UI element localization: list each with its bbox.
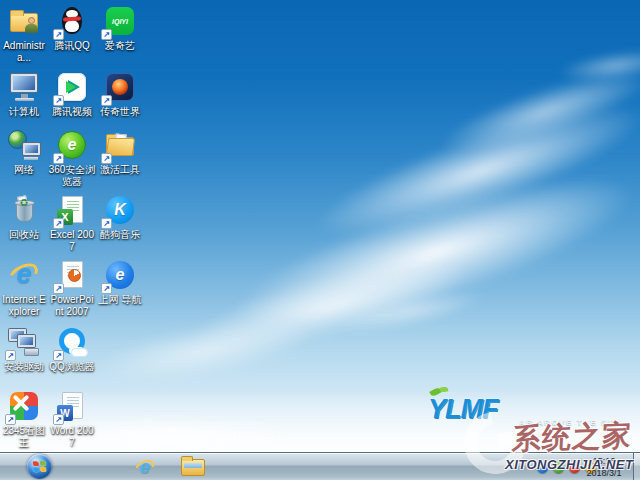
- desktop-icon-network[interactable]: 网络: [0, 128, 48, 176]
- icon-label: 酷狗音乐: [96, 229, 144, 241]
- web-nav-icon: e ↗: [103, 258, 137, 292]
- taskbar-clock[interactable]: 15:16 2018/3/1: [578, 455, 630, 479]
- icon-label: Word 2007: [48, 425, 96, 449]
- tray-qq-icon[interactable]: [537, 462, 548, 473]
- clock-time: 15:16: [578, 455, 630, 467]
- taskbar[interactable]: e 15:16 2018/3/1: [0, 452, 640, 480]
- desktop-icon-powerpoint-2007[interactable]: ↗ PowerPoint 2007: [48, 258, 96, 318]
- icon-label: 360安全浏览器: [48, 164, 96, 188]
- shortcut-arrow-icon: ↗: [53, 153, 64, 164]
- taskbar-explorer-button[interactable]: [176, 455, 210, 479]
- folder-icon: ↗: [103, 128, 137, 162]
- icon-label: Administra...: [0, 40, 48, 64]
- icon-label: 回收站: [0, 229, 48, 241]
- install-driver-icon: ↗: [7, 325, 41, 359]
- show-desktop-button[interactable]: [633, 453, 640, 480]
- icon-label: 安装驱动: [0, 361, 48, 373]
- ylmf-logo: YLMF: [428, 394, 498, 425]
- excel-icon: X ↗: [55, 193, 89, 227]
- wallpaper-tagline: AR ABOVE THE SKY: [519, 418, 622, 427]
- icon-label: Internet Explorer: [0, 294, 48, 318]
- desktop-icon-2345-picviewer[interactable]: ↗ 2345看图王: [0, 389, 48, 449]
- word-icon: W ↗: [55, 389, 89, 423]
- folder-icon: [181, 459, 205, 476]
- shortcut-arrow-icon: ↗: [53, 414, 64, 425]
- desktop-icon-internet-explorer[interactable]: e Internet Explorer: [0, 258, 48, 318]
- icon-label: 传奇世界: [96, 106, 144, 118]
- network-icon: [7, 128, 41, 162]
- tencent-video-icon: ↗: [55, 70, 89, 104]
- desktop-icon-computer[interactable]: 计算机: [0, 70, 48, 118]
- computer-icon: [7, 70, 41, 104]
- desktop-icon-kugou-music[interactable]: K ↗ 酷狗音乐: [96, 193, 144, 241]
- start-button[interactable]: [27, 454, 52, 479]
- icon-label: PowerPoint 2007: [48, 294, 96, 318]
- shortcut-arrow-icon: ↗: [101, 153, 112, 164]
- shortcut-arrow-icon: ↗: [101, 95, 112, 106]
- picture-viewer-icon: ↗: [7, 389, 41, 423]
- clock-date: 2018/3/1: [578, 467, 630, 479]
- shortcut-arrow-icon: ↗: [53, 283, 64, 294]
- desktop-icon-activation-tools[interactable]: ↗ 激活工具: [96, 128, 144, 176]
- icon-label: 腾讯QQ: [48, 40, 96, 52]
- windows-flag-icon: [33, 461, 47, 473]
- shortcut-arrow-icon: ↗: [53, 350, 64, 361]
- recycle-bin-icon: ♻: [7, 193, 41, 227]
- desktop-icon-iqiyi[interactable]: iQIYI ↗ 爱奇艺: [96, 4, 144, 52]
- qq-penguin-icon: ↗: [55, 4, 89, 38]
- icon-label: QQ浏览器: [48, 361, 96, 373]
- qq-browser-icon: ↗: [55, 325, 89, 359]
- desktop-icon-recycle-bin[interactable]: ♻ 回收站: [0, 193, 48, 241]
- taskbar-ie-button[interactable]: e: [128, 455, 162, 479]
- iqiyi-icon: iQIYI ↗: [103, 4, 137, 38]
- icon-label: 计算机: [0, 106, 48, 118]
- shortcut-arrow-icon: ↗: [53, 95, 64, 106]
- desktop-icon-qq-browser[interactable]: ↗ QQ浏览器: [48, 325, 96, 373]
- desktop[interactable]: Administra... ↗ 腾讯QQ iQIYI ↗ 爱奇艺 计算机 ↗ 腾…: [0, 0, 640, 480]
- kugou-icon: K ↗: [103, 193, 137, 227]
- ie-icon: e: [7, 258, 41, 292]
- shortcut-arrow-icon: ↗: [53, 218, 64, 229]
- desktop-icon-administrator[interactable]: Administra...: [0, 4, 48, 64]
- icon-label: 上网 导航: [96, 294, 144, 306]
- desktop-icon-tencent-video[interactable]: ↗ 腾讯视频: [48, 70, 96, 118]
- desktop-icon-word-2007[interactable]: W ↗ Word 2007: [48, 389, 96, 449]
- icon-label: 网络: [0, 164, 48, 176]
- tray-security-icon[interactable]: [553, 462, 564, 473]
- icon-label: 激活工具: [96, 164, 144, 176]
- user-folder-icon: [7, 4, 41, 38]
- icon-label: 腾讯视频: [48, 106, 96, 118]
- legend-world-game-icon: ↗: [103, 70, 137, 104]
- desktop-icon-excel-2007[interactable]: X ↗ Excel 2007: [48, 193, 96, 253]
- desktop-icon-tencent-qq[interactable]: ↗ 腾讯QQ: [48, 4, 96, 52]
- desktop-icon-360-safe-browser[interactable]: e ↗ 360安全浏览器: [48, 128, 96, 188]
- shortcut-arrow-icon: ↗: [5, 350, 16, 361]
- shortcut-arrow-icon: ↗: [5, 414, 16, 425]
- 360-browser-icon: e ↗: [55, 128, 89, 162]
- shortcut-arrow-icon: ↗: [101, 283, 112, 294]
- shortcut-arrow-icon: ↗: [101, 29, 112, 40]
- shortcut-arrow-icon: ↗: [101, 218, 112, 229]
- powerpoint-icon: ↗: [55, 258, 89, 292]
- shortcut-arrow-icon: ↗: [53, 29, 64, 40]
- icon-label: 爱奇艺: [96, 40, 144, 52]
- ie-icon: e: [133, 456, 157, 478]
- desktop-icon-install-driver[interactable]: ↗ 安装驱动: [0, 325, 48, 373]
- icon-label: Excel 2007: [48, 229, 96, 253]
- desktop-icon-web-nav[interactable]: e ↗ 上网 导航: [96, 258, 144, 306]
- desktop-icon-legend-world[interactable]: ↗ 传奇世界: [96, 70, 144, 118]
- icon-label: 2345看图王: [0, 425, 48, 449]
